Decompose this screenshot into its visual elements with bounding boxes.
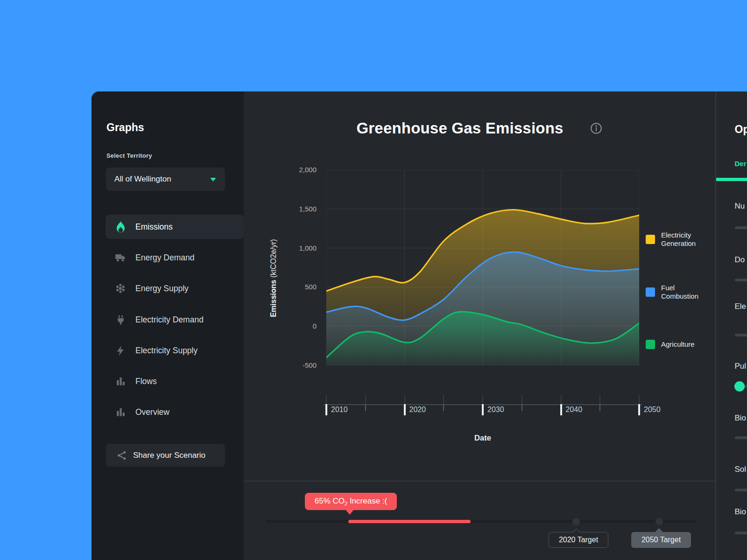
- sidebar-item-flows[interactable]: Flows: [106, 369, 244, 393]
- info-icon[interactable]: [590, 122, 603, 135]
- bar-chart-icon: [106, 376, 135, 387]
- x-tick-gridstub: [482, 395, 483, 404]
- active-tab-underline: [716, 178, 747, 181]
- y-tick-label: 1,500: [270, 205, 317, 213]
- badge-tail: [573, 529, 580, 536]
- x-tick-major: [560, 404, 562, 415]
- sidebar-item-label: Emissions: [135, 222, 173, 232]
- x-tick-major: [482, 404, 484, 415]
- target-2020-dot[interactable]: [572, 518, 580, 525]
- x-tick-minor: [443, 404, 444, 411]
- sidebar-item-emissions[interactable]: Emissions: [106, 215, 244, 239]
- x-tick-gridstub: [404, 395, 405, 404]
- bolt-icon: [106, 345, 135, 357]
- option-label-nu: Nu: [735, 202, 745, 211]
- territory-label: Select Territory: [106, 152, 152, 159]
- sidebar-item-electricity-supply[interactable]: Electricity Supply: [106, 338, 244, 363]
- legend-swatch: [646, 287, 655, 297]
- option-slider[interactable]: [735, 334, 747, 336]
- bar-chart-icon: [106, 406, 135, 418]
- sidebar-item-label: Energy Demand: [135, 253, 194, 263]
- x-tick-label: 2050: [644, 406, 661, 414]
- options-panel-title: Op: [735, 123, 747, 136]
- sidebar-item-label: Overview: [135, 407, 169, 417]
- share-scenario-label: Share your Scenario: [133, 451, 205, 460]
- scenario-slider[interactable]: [266, 520, 696, 523]
- territory-dropdown-value: All of Wellington: [114, 175, 210, 184]
- sidebar-item-electricity-demand[interactable]: Electricity Demand: [106, 308, 244, 332]
- option-label-do: Do: [735, 255, 745, 265]
- option-slider[interactable]: [735, 279, 747, 281]
- sidebar-item-label: Energy Supply: [135, 284, 189, 294]
- tab-demand[interactable]: Der: [735, 160, 747, 168]
- x-tick-minor: [365, 404, 366, 411]
- sidebar-title: Graphs: [106, 121, 144, 134]
- y-tick-label: -500: [270, 361, 317, 369]
- co2-increase-tooltip: 65% CO2 Increase :(: [305, 493, 397, 510]
- option-slider[interactable]: [735, 436, 747, 439]
- target-2050-badge: 2050 Target: [631, 532, 691, 548]
- sidebar-item-energy-supply[interactable]: Energy Supply: [106, 276, 244, 301]
- atom-icon: [106, 282, 135, 294]
- x-tick-gridstub: [599, 395, 600, 404]
- target-2050-dot[interactable]: [655, 518, 663, 525]
- option-slider-knob[interactable]: [734, 381, 745, 392]
- x-tick-gridstub: [365, 395, 366, 404]
- y-axis-label: Emissions (ktCO2e/yr): [269, 239, 278, 317]
- x-tick-minor: [599, 404, 600, 411]
- horizontal-divider: [244, 481, 715, 482]
- legend-item-electricity-generation[interactable]: Electricity Generation: [646, 230, 706, 249]
- badge-tail: [655, 528, 663, 536]
- slider-fill: [348, 520, 471, 523]
- sidebar-item-label: Flows: [135, 377, 157, 386]
- y-tick-label: 0: [270, 322, 317, 330]
- legend-label: Fuel Combustion: [661, 284, 706, 301]
- x-tick-gridstub: [521, 395, 522, 404]
- option-label-bio: Bio: [735, 413, 747, 423]
- x-tick-minor: [521, 404, 522, 411]
- x-tick-gridstub: [561, 395, 562, 404]
- sidebar-item-energy-demand[interactable]: Energy Demand: [106, 245, 244, 270]
- legend-swatch: [646, 340, 655, 349]
- legend-item-fuel-combustion[interactable]: Fuel Combustion: [646, 282, 706, 302]
- plug-icon: [106, 314, 135, 326]
- x-axis-label: Date: [436, 434, 529, 442]
- territory-dropdown[interactable]: All of Wellington: [106, 168, 225, 191]
- x-tick-gridstub: [326, 395, 327, 404]
- x-tick-major: [325, 404, 327, 415]
- option-label-bio: Bio: [735, 507, 747, 517]
- sidebar: Graphs Select Territory All of Wellingto…: [92, 91, 244, 560]
- option-label-sol: Sol: [735, 465, 747, 474]
- flame-icon: [106, 221, 135, 233]
- x-tick-label: 2020: [409, 406, 426, 414]
- app-window: Graphs Select Territory All of Wellingto…: [92, 91, 747, 560]
- share-scenario-button[interactable]: Share your Scenario: [106, 444, 225, 467]
- legend-item-agriculture[interactable]: Agriculture: [646, 335, 706, 354]
- target-2020-badge: 2020 Target: [549, 532, 608, 548]
- sidebar-item-label: Electricity Demand: [135, 315, 204, 325]
- legend-label: Agriculture: [661, 340, 706, 349]
- y-tick-label: 2,000: [270, 166, 317, 174]
- x-tick-label: 2010: [331, 406, 348, 414]
- x-tick-gridstub: [443, 395, 444, 404]
- sidebar-item-overview[interactable]: Overview: [106, 400, 244, 424]
- option-slider[interactable]: [735, 226, 747, 229]
- share-icon: [113, 450, 131, 461]
- tooltip-tail: [345, 510, 354, 515]
- x-tick-major: [404, 404, 406, 415]
- option-slider[interactable]: [735, 532, 747, 534]
- option-label-pul: Pul: [735, 362, 747, 371]
- x-tick-label: 2040: [566, 406, 583, 414]
- legend-label: Electricity Generation: [661, 231, 706, 248]
- x-tick-label: 2030: [487, 406, 504, 414]
- x-tick-major: [638, 404, 640, 415]
- sidebar-item-label: Electricity Supply: [135, 346, 197, 356]
- legend-swatch: [646, 235, 655, 244]
- option-slider[interactable]: [735, 489, 747, 491]
- chevron-down-icon: [210, 177, 217, 182]
- option-label-ele: Ele: [735, 302, 747, 311]
- truck-icon: [106, 252, 135, 264]
- options-panel: Op Der NuDoElePulBioSolBio: [716, 91, 747, 560]
- emissions-area-chart: [326, 170, 639, 365]
- chart-title: Greenhouse Gas Emissions: [356, 119, 563, 137]
